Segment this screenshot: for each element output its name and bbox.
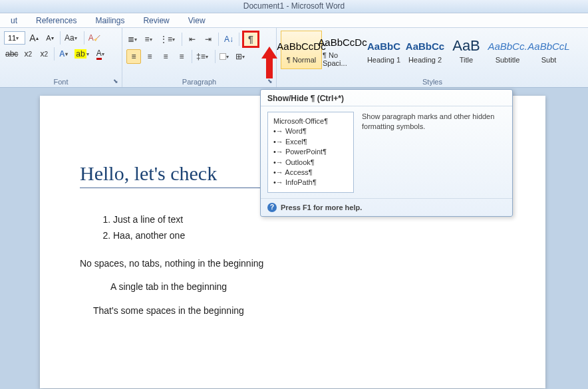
font-color-button[interactable]: A▾ <box>94 47 109 61</box>
strikethrough-button[interactable]: abc <box>4 47 19 61</box>
tab-view[interactable]: View <box>179 13 215 27</box>
align-right-button[interactable]: ≡ <box>158 49 173 64</box>
tab-mailings[interactable]: Mailings <box>86 13 134 27</box>
style-subtitle[interactable]: AaBbCc.Subtitle <box>487 31 528 69</box>
group-label-font: Font <box>4 76 118 86</box>
tooltip-preview-item: •→ InfoPath¶ <box>273 178 348 188</box>
chevron-down-icon[interactable]: ▾ <box>16 35 21 41</box>
change-case-button[interactable]: Aa▾ <box>63 31 81 45</box>
justify-button[interactable]: ≡ <box>174 49 189 64</box>
tooltip-preview-item: •→ Access¶ <box>273 168 348 178</box>
numbering-button[interactable]: ≡▾ <box>142 32 157 47</box>
style-title[interactable]: AaBTitle <box>446 31 487 69</box>
document-line: A single tab in the beginning <box>80 279 506 295</box>
align-center-button[interactable]: ≡ <box>142 49 157 64</box>
style--normal[interactable]: AaBbCcDc¶ Normal <box>281 31 322 69</box>
show-hide-pilcrow-button[interactable]: ¶ <box>242 31 259 48</box>
group-label-paragraph: Paragraph <box>126 76 272 86</box>
style-subt[interactable]: AaBbCcLSubt <box>528 31 569 69</box>
group-styles: AaBbCcDc¶ NormalAaBbCcDc¶ No Spaci...AaB… <box>277 28 588 87</box>
show-hide-tooltip: Show/Hide ¶ (Ctrl+*) Microsoft·Office¶ •… <box>260 89 513 217</box>
text-effects-button[interactable]: A▾ <box>57 47 72 61</box>
line-spacing-button[interactable]: ‡≡▾ <box>195 49 212 64</box>
style-heading-1[interactable]: AaBbCHeading 1 <box>363 31 404 69</box>
style-heading-2[interactable]: AaBbCcHeading 2 <box>404 31 446 69</box>
shading-button[interactable]: ▾ <box>218 49 233 64</box>
group-label-styles: Styles <box>281 76 584 86</box>
borders-button[interactable]: ⊞▾ <box>234 49 249 64</box>
tooltip-footer: ? Press F1 for more help. <box>261 198 512 216</box>
align-left-button[interactable]: ≡ <box>126 49 141 64</box>
grow-font-button[interactable]: A▴ <box>27 31 41 45</box>
group-font: 11▾ A▴ A▾ Aa▾ A🧹 abc x2 x2 A▾ ab▾ A▾ Fon… <box>0 28 122 87</box>
window-title: Document1 - Microsoft Word <box>243 1 345 11</box>
increase-indent-button[interactable]: ⇥ <box>201 32 216 47</box>
window-title-bar: Document1 - Microsoft Word <box>0 0 588 13</box>
tooltip-description: Show paragraph marks and other hidden fo… <box>362 112 506 193</box>
tooltip-preview: Microsoft·Office¶ •→ Word¶ •→ Excel¶ •→ … <box>267 112 354 193</box>
help-icon: ? <box>267 203 277 212</box>
subscript-button[interactable]: x2 <box>21 47 35 61</box>
document-line: No spaces, no tabs, nothing in the begin… <box>80 256 506 272</box>
sort-button[interactable]: A↓ <box>221 32 236 47</box>
tooltip-preview-item: •→ PowerPoint¶ <box>273 147 348 157</box>
tab-review[interactable]: Review <box>134 13 178 27</box>
tooltip-preview-item: •→ Outlook¶ <box>273 158 348 168</box>
font-size-input[interactable]: 11▾ <box>4 31 25 45</box>
document-line: That's some spaces in the beginning <box>80 303 506 319</box>
highlight-button[interactable]: ab▾ <box>73 47 92 61</box>
multilevel-list-button[interactable]: ⋮≡▾ <box>158 32 179 47</box>
tooltip-title: Show/Hide ¶ (Ctrl+*) <box>261 90 512 106</box>
styles-gallery[interactable]: AaBbCcDc¶ NormalAaBbCcDc¶ No Spaci...AaB… <box>281 31 584 69</box>
tab-references[interactable]: References <box>27 13 86 27</box>
tooltip-preview-item: •→ Word¶ <box>273 126 348 136</box>
document-body: Just a line of textHaa, another one No s… <box>80 212 506 319</box>
tooltip-preview-item: •→ Excel¶ <box>273 137 348 147</box>
style--no-spaci-[interactable]: AaBbCcDc¶ No Spaci... <box>322 31 363 69</box>
document-ordered-list: Just a line of textHaa, another one <box>113 212 506 244</box>
font-dialog-launcher[interactable]: ⬊ <box>111 76 120 86</box>
superscript-button[interactable]: x2 <box>37 47 51 61</box>
clear-formatting-button[interactable]: A🧹 <box>87 31 102 45</box>
shrink-font-button[interactable]: A▾ <box>43 31 57 45</box>
ribbon: 11▾ A▴ A▾ Aa▾ A🧹 abc x2 x2 A▾ ab▾ A▾ Fon… <box>0 28 588 88</box>
group-paragraph: ≣▾ ≡▾ ⋮≡▾ ⇤ ⇥ A↓ ¶ ≡ ≡ ≡ ≡ ‡≡▾ <box>122 28 277 87</box>
decrease-indent-button[interactable]: ⇤ <box>185 32 200 47</box>
paragraph-dialog-launcher[interactable]: ⬊ <box>265 76 275 86</box>
ribbon-tabs: ut References Mailings Review View <box>0 13 588 28</box>
tab-cut-partial[interactable]: ut <box>1 13 27 27</box>
list-item: Haa, another one <box>113 228 506 244</box>
bullets-button[interactable]: ≣▾ <box>126 32 141 47</box>
